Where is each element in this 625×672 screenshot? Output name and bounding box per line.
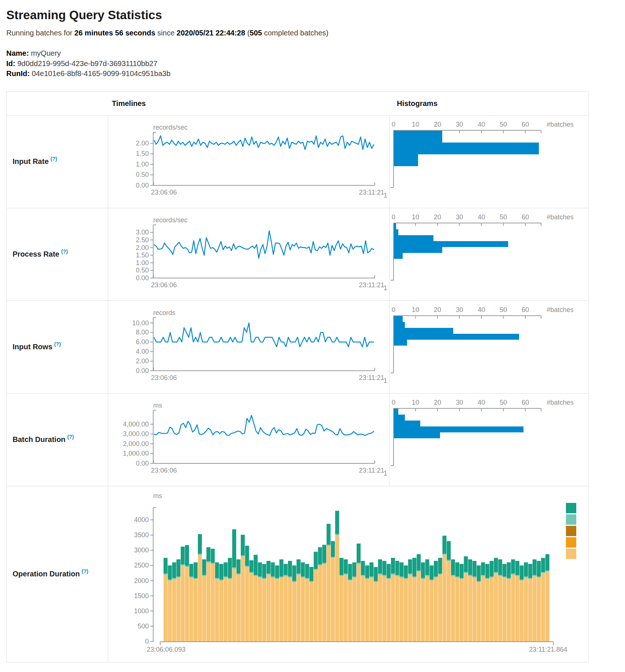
svg-text:23:06:06.093: 23:06:06.093 [147,646,185,653]
svg-text:23:06:06: 23:06:06 [151,189,177,196]
svg-text:3000: 3000 [134,546,149,554]
input-rows-histogram-cell: 0102030405060#batches1 [389,301,588,393]
svg-text:2500: 2500 [134,562,149,569]
svg-text:ms: ms [153,402,162,409]
svg-text:0.00: 0.00 [136,274,149,282]
row-label-input-rate: Input Rate (?) [7,115,108,208]
process-rate-histogram-chart: 0102030405060#batches1 [389,208,588,301]
legend-swatch [566,549,576,559]
batch-duration-help-icon[interactable]: (?) [67,434,74,440]
svg-text:10: 10 [412,121,419,128]
svg-text:23:11:21: 23:11:21 [359,374,384,381]
svg-text:4000: 4000 [134,516,149,524]
row-label-batch-duration: Batch Duration (?) [7,393,108,486]
svg-text:20: 20 [434,121,441,128]
input-rate-help-icon[interactable]: (?) [51,156,57,162]
svg-text:30: 30 [456,306,463,313]
batch-duration-histogram-chart: 0102030405060#batches1 [389,394,588,486]
svg-text:0: 0 [392,399,395,406]
svg-text:1500: 1500 [134,592,149,599]
header-timelines: Timelines [108,92,389,115]
svg-text:3.00: 3.00 [136,229,149,236]
svg-text:10.00: 10.00 [132,319,149,326]
svg-text:60: 60 [522,213,529,221]
query-metadata: Name: myQuery Id: 9d0dd219-995d-423e-b97… [6,48,625,79]
svg-text:0.00: 0.00 [136,367,149,374]
legend-swatch [566,503,576,513]
svg-text:2,000.00: 2,000.00 [123,440,149,448]
id-label: Id: [6,59,15,68]
svg-text:3500: 3500 [134,531,149,539]
svg-text:1.00: 1.00 [136,161,149,168]
svg-text:30: 30 [456,213,463,221]
input-rows-timeline-cell: records0.002.004.006.008.0010.0023:06:06… [108,301,389,393]
header-histograms: Histograms [389,92,588,115]
svg-text:23:11:21.864: 23:11:21.864 [529,646,567,653]
input-rate-histogram-chart: 0102030405060#batches1 [389,116,588,208]
svg-text:1000: 1000 [134,607,149,615]
svg-text:0: 0 [392,121,395,128]
svg-text:1: 1 [384,192,387,199]
input-rate-timeline-chart: records/sec0.000.501.001.502.0023:06:062… [108,116,389,208]
svg-text:2.00: 2.00 [136,140,149,147]
svg-text:2000: 2000 [134,577,149,584]
svg-text:0.50: 0.50 [136,267,149,274]
svg-text:23:06:06: 23:06:06 [151,281,177,289]
legend-swatch [566,537,576,548]
svg-text:#batches: #batches [547,213,574,221]
batch-duration-histogram-cell: 0102030405060#batches1 [389,393,588,486]
svg-text:60: 60 [522,121,529,128]
svg-text:2.00: 2.00 [136,244,149,251]
svg-text:23:06:06: 23:06:06 [151,467,177,474]
svg-text:23:11:21: 23:11:21 [359,189,384,196]
svg-text:0: 0 [392,306,395,313]
svg-text:1.00: 1.00 [136,259,149,267]
runid-label: RunId: [6,69,30,78]
svg-text:8.00: 8.00 [136,329,149,336]
svg-text:30: 30 [456,121,463,128]
legend-swatch [566,514,576,525]
svg-text:40: 40 [478,399,485,406]
svg-text:0.00: 0.00 [136,460,149,467]
svg-text:50: 50 [499,213,507,221]
run-duration: 26 minutes 56 seconds [75,29,155,37]
svg-text:30: 30 [456,399,463,406]
svg-text:1: 1 [384,377,387,384]
svg-text:20: 20 [434,213,441,221]
svg-text:23:11:21: 23:11:21 [359,281,384,289]
query-id-row: Id: 9d0dd219-995d-423e-b97d-36931110bb27 [6,59,625,69]
svg-text:4.00: 4.00 [136,348,149,355]
query-name-row: Name: myQuery [6,48,625,59]
svg-text:2.50: 2.50 [136,236,149,244]
svg-text:10: 10 [412,213,419,221]
input-rows-timeline-chart: records0.002.004.006.008.0010.0023:06:06… [108,301,389,393]
svg-text:60: 60 [522,399,529,406]
legend-swatch [566,526,576,536]
query-name: myQuery [31,49,61,57]
batch-duration-timeline-cell: ms0.001,000.002,000.003,000.004,000.0023… [108,393,389,486]
input-rows-help-icon[interactable]: (?) [54,341,61,347]
svg-text:records: records [153,309,175,316]
process-rate-help-icon[interactable]: (?) [61,248,68,254]
operation-duration-chart-cell: ms0500100015002000250030003500400023:06:… [108,486,588,662]
operation-duration-help-icon[interactable]: (?) [82,568,88,574]
svg-text:2.00: 2.00 [136,357,149,365]
svg-text:1: 1 [384,470,387,477]
process-rate-histogram-cell: 0102030405060#batches1 [389,208,588,301]
svg-text:1: 1 [384,284,387,292]
input-rate-timeline-cell: records/sec0.000.501.001.502.0023:06:062… [108,115,389,208]
svg-text:50: 50 [499,306,507,313]
query-runid-row: RunId: 04e101e6-8bf8-4165-9099-9104c951b… [6,69,625,79]
svg-text:4,000.00: 4,000.00 [123,421,149,428]
svg-text:40: 40 [478,213,485,221]
process-rate-timeline-cell: records/sec0.000.501.001.502.002.503.002… [108,208,389,301]
svg-text:records/sec: records/sec [153,216,188,224]
summary-text: Running batches for [6,29,75,37]
svg-text:10: 10 [412,399,419,406]
svg-text:0.50: 0.50 [136,171,149,178]
svg-text:0: 0 [392,213,395,221]
svg-text:500: 500 [138,623,149,630]
svg-text:1,000.00: 1,000.00 [123,450,149,457]
streaming-statistics-page: Streaming Query Statistics Running batch… [0,0,625,662]
query-runid: 04e101e6-8bf8-4165-9099-9104c951ba3b [32,69,171,78]
